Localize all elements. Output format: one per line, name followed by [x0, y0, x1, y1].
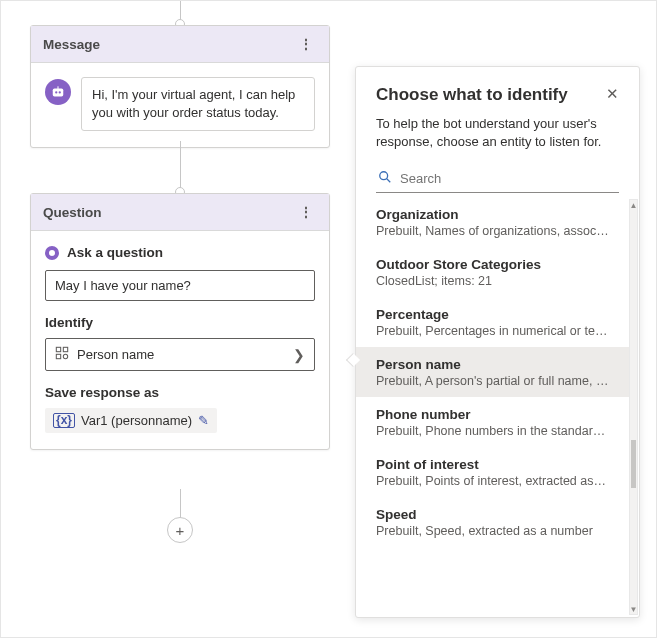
message-text: Hi, I'm your virtual agent, I can help y…	[92, 87, 295, 120]
save-response-label: Save response as	[45, 385, 315, 400]
variable-chip[interactable]: {x} Var1 (personname) ✎	[45, 408, 217, 433]
entity-item[interactable]: PercentagePrebuilt, Percentages in numer…	[356, 297, 629, 347]
svg-line-9	[387, 179, 391, 183]
entity-item[interactable]: OrganizationPrebuilt, Names of organizat…	[356, 197, 629, 247]
entity-item[interactable]: Outdoor Store CategoriesClosedList; item…	[356, 247, 629, 297]
svg-rect-4	[56, 347, 60, 351]
edit-icon[interactable]: ✎	[198, 413, 209, 428]
variable-icon: {x}	[53, 413, 75, 428]
close-icon[interactable]: ✕	[606, 85, 619, 103]
variable-name: Var1 (personname)	[81, 413, 192, 428]
question-input[interactable]	[45, 270, 315, 301]
entity-item[interactable]: Person namePrebuilt, A person's partial …	[356, 347, 629, 397]
question-card-title: Question	[43, 205, 102, 220]
entity-item[interactable]: Phone numberPrebuilt, Phone numbers in t…	[356, 397, 629, 447]
entity-subtext: Prebuilt, Phone numbers in the standard …	[376, 424, 609, 438]
identify-flyout: Choose what to identify ✕ To help the bo…	[355, 66, 640, 618]
message-bubble[interactable]: Hi, I'm your virtual agent, I can help y…	[81, 77, 315, 131]
plus-icon: +	[176, 522, 185, 539]
svg-rect-3	[57, 86, 58, 89]
entity-subtext: Prebuilt, A person's partial or full nam…	[376, 374, 609, 388]
svg-rect-5	[63, 347, 67, 351]
svg-point-1	[55, 91, 57, 93]
entity-name: Organization	[376, 207, 609, 222]
identify-value: Person name	[77, 347, 154, 362]
entity-icon	[55, 346, 69, 363]
search-icon	[378, 170, 392, 187]
identify-select[interactable]: Person name ❯	[45, 338, 315, 371]
scroll-down-icon[interactable]: ▼	[630, 604, 637, 614]
entity-subtext: Prebuilt, Points of interest, extracted …	[376, 474, 609, 488]
panel-title: Choose what to identify	[376, 85, 568, 105]
scrollbar-track[interactable]: ▲ ▼	[629, 199, 638, 615]
add-node-button[interactable]: +	[167, 517, 193, 543]
message-card-title: Message	[43, 37, 100, 52]
svg-point-2	[59, 91, 61, 93]
svg-point-8	[380, 172, 388, 180]
more-icon[interactable]: ⋮	[295, 203, 317, 221]
search-input-row[interactable]	[376, 165, 619, 193]
svg-point-7	[63, 354, 67, 358]
message-card: Message ⋮ Hi, I'm your virtual agent, I …	[30, 25, 330, 148]
scrollbar-thumb[interactable]	[631, 440, 636, 488]
entity-name: Speed	[376, 507, 609, 522]
chevron-right-icon: ❯	[293, 347, 305, 363]
question-lead-icon	[45, 246, 59, 260]
scroll-up-icon[interactable]: ▲	[630, 200, 637, 210]
more-icon[interactable]: ⋮	[295, 35, 317, 53]
entity-item[interactable]: SpeedPrebuilt, Speed, extracted as a num…	[356, 497, 629, 547]
question-card-header: Question ⋮	[31, 194, 329, 231]
ask-question-label: Ask a question	[67, 245, 163, 260]
entity-name: Phone number	[376, 407, 609, 422]
entity-name: Point of interest	[376, 457, 609, 472]
message-card-header: Message ⋮	[31, 26, 329, 63]
entity-subtext: Prebuilt, Percentages in numerical or te…	[376, 324, 609, 338]
entity-subtext: Prebuilt, Names of organizations, associ…	[376, 224, 609, 238]
svg-rect-0	[53, 89, 64, 97]
ask-question-lead: Ask a question	[45, 245, 315, 260]
entity-subtext: ClosedList; items: 21	[376, 274, 609, 288]
search-input[interactable]	[400, 169, 617, 188]
entity-list: OrganizationPrebuilt, Names of organizat…	[356, 197, 629, 617]
panel-description: To help the bot understand your user's r…	[376, 115, 619, 151]
entity-name: Person name	[376, 357, 609, 372]
question-card: Question ⋮ Ask a question Identify Perso…	[30, 193, 330, 450]
entity-item[interactable]: Point of interestPrebuilt, Points of int…	[356, 447, 629, 497]
bot-avatar-icon	[45, 79, 71, 105]
identify-label: Identify	[45, 315, 315, 330]
svg-rect-6	[56, 354, 60, 358]
entity-name: Percentage	[376, 307, 609, 322]
entity-subtext: Prebuilt, Speed, extracted as a number	[376, 524, 609, 538]
entity-name: Outdoor Store Categories	[376, 257, 609, 272]
